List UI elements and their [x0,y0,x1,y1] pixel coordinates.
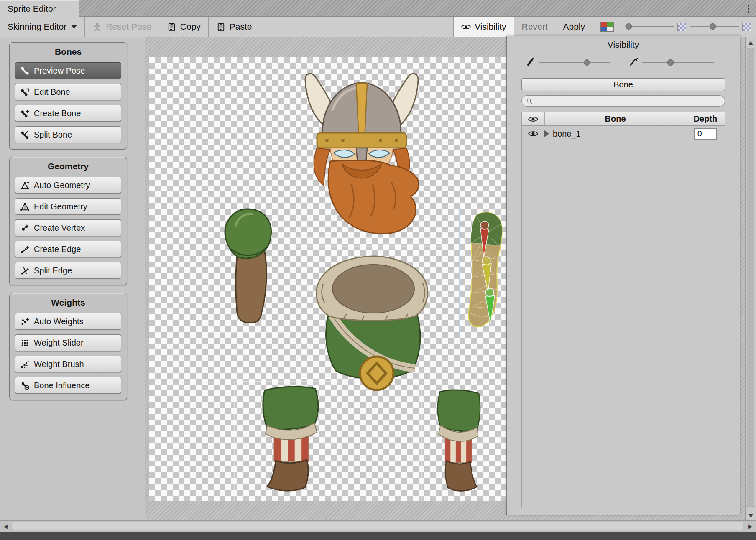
scroll-down-arrow[interactable]: ▼ [746,510,756,520]
person-icon [92,22,102,32]
dot-brush-icon [20,359,30,369]
weights-panel: Weights Auto Weights Weight Slider Weigh… [9,293,127,400]
bone-icon [20,66,30,76]
toolbar-spacer [260,17,454,37]
visibility-panel-title: Visibility [507,40,740,50]
rgb-alpha-toggle[interactable] [593,17,621,37]
clipboard-icon [216,22,226,32]
rgb-slider-knob[interactable] [626,23,632,30]
horizontal-scroll-thumb[interactable] [12,522,743,530]
eye-icon [528,116,538,122]
window-tab-title: Sprite Editor [8,4,56,14]
copy-button[interactable]: Copy [159,17,208,37]
vertex-plus-icon [20,223,30,233]
bone-opacity-slider[interactable] [539,62,610,63]
skinning-editor-dropdown[interactable]: Skinning Editor [0,17,84,37]
bone-list-header: Bone Depth [522,112,725,126]
dots-auto-icon [20,317,30,326]
sprite-arm-selected[interactable] [462,208,509,331]
bone-search[interactable] [521,95,725,107]
sprite-leg-right[interactable] [427,388,490,493]
clipboard-icon [167,22,176,32]
dot-grid-icon [20,338,30,348]
mesh-auto-icon [20,181,30,190]
bones-panel-title: Bones [10,47,127,57]
auto-weights-button[interactable]: Auto Weights [15,313,121,330]
alpha-slider-knob[interactable] [710,23,716,30]
geometry-panel: Geometry Auto Geometry Edit Geometry Cre… [9,157,127,285]
tab-sprite-editor[interactable]: Sprite Editor [0,0,79,17]
create-vertex-button[interactable]: Create Vertex [15,219,121,236]
alpha-checker-icon[interactable] [742,23,751,31]
visibility-toggle-button[interactable]: Visibility [454,17,513,37]
split-edge-button[interactable]: Split Edge [15,262,121,279]
paste-button[interactable]: Paste [209,17,260,37]
bone-influence-button[interactable]: Bone Influence [15,377,121,394]
chevron-down-icon [71,25,77,29]
titlebar: Sprite Editor [0,0,756,17]
preview-pose-button[interactable]: Preview Pose [15,62,121,79]
weights-panel-title: Weights [10,298,127,308]
bone-column-header[interactable]: Bone [545,112,686,125]
sprite-leg-left[interactable] [250,385,332,493]
bone-opacity-icon [525,56,536,67]
toolbar: Skinning Editor Reset Pose Copy Paste Vi… [0,17,756,37]
weight-brush-button[interactable]: Weight Brush [15,356,121,372]
bone-influence-icon [20,381,30,390]
eye-icon [528,130,538,137]
edit-geometry-button[interactable]: Edit Geometry [15,198,121,215]
bone-tab[interactable]: Bone [521,78,725,91]
mesh-opacity-knob[interactable] [667,59,674,66]
apply-button[interactable]: Apply [555,17,593,37]
bone-name: bone_1 [553,129,694,139]
sprite-head[interactable] [293,59,431,247]
scroll-right-arrow[interactable]: ▶ [745,521,756,532]
color-channels-icon [600,22,614,32]
window-bottom-edge [0,532,756,540]
alpha-slider[interactable] [686,17,742,37]
create-bone-button[interactable]: Create Bone [15,105,121,122]
alpha-checker-icon[interactable] [677,23,686,31]
bone-row[interactable]: bone_1 [522,126,725,142]
sprite-torso[interactable] [303,249,441,395]
bone-list: Bone Depth bone_1 [521,112,725,508]
edge-plus-icon [20,245,30,254]
sprite-editor-window: Sprite Editor Skinning Editor Reset Pose… [0,0,756,540]
mesh-opacity-icon [628,56,639,67]
visibility-panel: Visibility Bone [506,36,740,515]
visibility-opacity-sliders [507,55,740,70]
sprite-glove[interactable] [215,205,282,326]
kebab-menu-icon[interactable] [744,3,753,14]
visibility-column-toggle[interactable] [522,112,545,125]
bone-visibility-toggle[interactable] [522,130,544,137]
search-icon [526,98,533,104]
search-input[interactable] [536,96,720,106]
mesh-opacity-slider[interactable] [642,62,714,63]
bone-plus-icon [20,109,30,118]
vertical-scrollbar[interactable]: ▲ ▼ [745,37,756,520]
mesh-icon [20,202,30,211]
eye-icon [461,23,471,31]
edge-slash-icon [20,266,30,275]
reset-pose-button[interactable]: Reset Pose [85,17,159,37]
revert-button[interactable]: Revert [514,17,555,37]
disclosure-triangle-icon[interactable] [544,130,549,137]
weight-slider-button[interactable]: Weight Slider [15,334,121,351]
split-bone-button[interactable]: Split Bone [15,126,121,143]
edit-bone-button[interactable]: Edit Bone [15,84,121,100]
bones-panel: Bones Preview Pose Edit Bone Create Bone… [9,42,127,150]
depth-column-header[interactable]: Depth [686,112,725,125]
scroll-left-arrow[interactable]: ◀ [0,521,11,532]
auto-geometry-button[interactable]: Auto Geometry [15,177,121,194]
depth-input[interactable] [694,128,717,140]
vertical-scroll-thumb[interactable] [747,48,754,507]
bone-slash-icon [20,130,30,140]
scroll-up-arrow[interactable]: ▲ [746,37,756,47]
bone-opacity-knob[interactable] [584,59,590,66]
create-edge-button[interactable]: Create Edge [15,241,121,257]
bone-edit-icon [20,87,30,97]
rgb-slider[interactable] [621,17,677,37]
horizontal-scrollbar[interactable]: ◀ ▶ [0,520,756,532]
geometry-panel-title: Geometry [10,161,127,171]
